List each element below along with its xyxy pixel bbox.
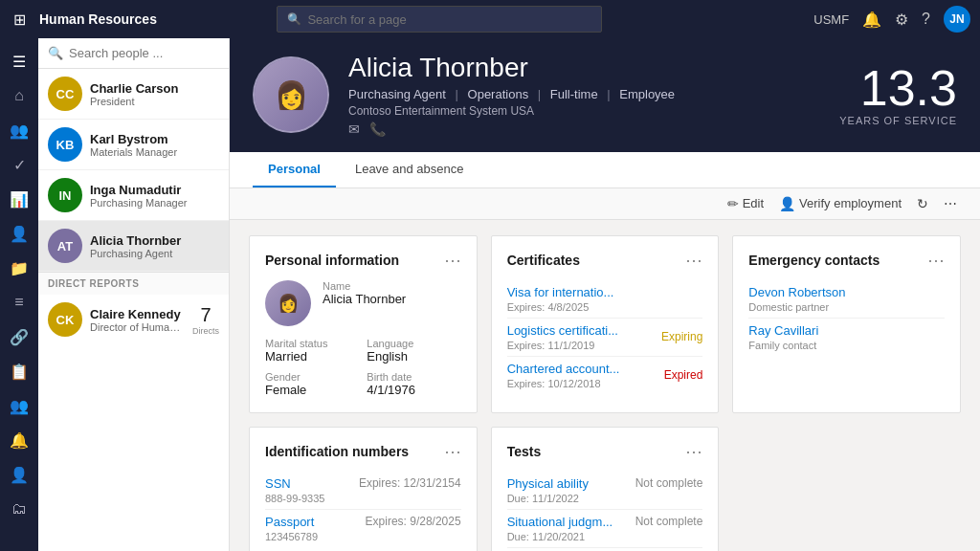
more-icon: ⋯ (944, 196, 957, 211)
card-title: Certificates (507, 253, 580, 268)
card-title: Emergency contacts (748, 253, 880, 268)
cert-status: Expiring (661, 330, 702, 343)
verify-employment-button[interactable]: 👤 Verify employment (779, 196, 902, 211)
alert-icon[interactable]: 🔔 (4, 425, 34, 455)
card-more-button[interactable]: ⋯ (685, 252, 702, 269)
card-title: Personal information (265, 253, 399, 268)
cert-name[interactable]: Visa for internatio... (507, 285, 614, 299)
search-icon: 🔍 (287, 12, 301, 26)
test-name[interactable]: Physical ability (507, 476, 589, 491)
card-more-button[interactable]: ⋯ (927, 252, 945, 269)
help-icon[interactable]: ? (922, 11, 930, 28)
clipboard-icon[interactable]: 📋 (4, 356, 34, 386)
pi-name-section: Name Alicia Thornber (323, 280, 406, 306)
folder-icon[interactable]: 📁 (4, 253, 34, 283)
test-item: Situational judgm... Due: 11/20/2021 Not… (507, 510, 703, 548)
person-name: Alicia Thornber (90, 233, 219, 248)
person-icon[interactable]: 👤 (4, 218, 34, 249)
person-info: Charlie Carson President (90, 81, 219, 107)
profile-header: 👩 Alicia Thornber Purchasing Agent | Ope… (230, 38, 980, 152)
card-header: Tests ⋯ (507, 443, 703, 460)
list-icon[interactable]: ≡ (4, 287, 34, 318)
user-plus-icon[interactable]: 👤 (4, 459, 34, 490)
profile-name: Alicia Thornber (348, 54, 820, 83)
years-service: 13.3 YEARS OF SERVICE (839, 63, 957, 126)
avatar: IN (48, 178, 82, 212)
person-item[interactable]: KB Karl Bystrom Materials Manager (38, 120, 229, 170)
icon-sidebar: ☰ ⌂ 👥 ✓ 📊 👤 📁 ≡ 🔗 📋 👥 🔔 👤 🗂 (0, 38, 38, 551)
menu-icon[interactable]: ☰ (4, 46, 34, 77)
top-nav: ⊞ Human Resources 🔍 USMF 🔔 ⚙ ? JN (0, 0, 980, 38)
user-avatar[interactable]: JN (944, 6, 970, 33)
edit-button[interactable]: ✏ Edit (727, 196, 764, 211)
person-name: Charlie Carson (90, 81, 219, 96)
pi-value: 4/1/1976 (367, 383, 460, 397)
people-search-icon: 🔍 (48, 46, 63, 60)
refresh-button[interactable]: ↻ (917, 196, 928, 211)
cert-date: Expires: 10/12/2018 (507, 378, 620, 389)
gear-icon[interactable]: ⚙ (895, 11, 908, 29)
cert-name[interactable]: Logistics certificati... (507, 323, 618, 338)
cert-status: Expired (664, 368, 703, 382)
card-title: Tests (507, 444, 542, 459)
tasks-icon[interactable]: ✓ (4, 149, 34, 180)
home-icon[interactable]: ⌂ (4, 80, 34, 111)
person-role: Materials Manager (90, 146, 219, 158)
more-button[interactable]: ⋯ (944, 196, 957, 211)
direct-report-item[interactable]: CK Claire Kennedy Director of Human Reso… (38, 295, 229, 344)
ec-item: Ray Cavillari Family contact (748, 319, 945, 356)
phone-icon[interactable]: 📞 (369, 121, 386, 137)
id-expiry: Expires: 9/28/2025 (366, 515, 461, 528)
card-more-button[interactable]: ⋯ (685, 443, 702, 460)
top-search-input[interactable] (307, 12, 591, 27)
id-item: SSN 888-99-9335 Expires: 12/31/2154 (265, 472, 461, 510)
tab-personal[interactable]: Personal (253, 152, 336, 187)
person-info: Karl Bystrom Materials Manager (90, 132, 219, 158)
pi-label: Birth date (367, 371, 460, 383)
test-item: Physical ability Due: 11/1/2022 Not comp… (507, 472, 703, 510)
link-icon[interactable]: 🔗 (4, 321, 34, 352)
app-grid-icon[interactable]: ⊞ (10, 7, 30, 33)
pi-field: Gender Female (265, 371, 359, 397)
person-item[interactable]: IN Inga Numadutir Purchasing Manager (38, 170, 229, 221)
card-more-button[interactable]: ⋯ (444, 443, 461, 460)
directs-count: 7 Directs (192, 304, 219, 336)
avatar: CC (48, 77, 82, 111)
person-item-selected[interactable]: AT Alicia Thornber Purchasing Agent (38, 221, 229, 272)
people-search-input[interactable] (69, 46, 230, 60)
pi-field: Language English (367, 338, 460, 364)
chart-icon[interactable]: 📊 (4, 184, 34, 214)
person-role: President (90, 96, 219, 107)
ec-name[interactable]: Devon Robertson (748, 285, 945, 299)
main-layout: ☰ ⌂ 👥 ✓ 📊 👤 📁 ≡ 🔗 📋 👥 🔔 👤 🗂 🔍 CC Charlie… (0, 38, 980, 551)
archive-icon[interactable]: 🗂 (4, 494, 34, 524)
person-item[interactable]: CC Charlie Carson President (38, 69, 229, 120)
profile-department: Operations (468, 87, 529, 101)
test-name[interactable]: Situational judgm... (507, 515, 613, 529)
bell-icon[interactable]: 🔔 (862, 11, 881, 29)
top-nav-right: USMF 🔔 ⚙ ? JN (813, 6, 970, 33)
person-role: Purchasing Agent (90, 248, 219, 259)
verify-icon: 👤 (779, 196, 795, 211)
pi-avatar-row: 👩 Name Alicia Thornber (265, 280, 461, 326)
group-icon[interactable]: 👥 (4, 390, 34, 421)
profile-type2: Employee (619, 87, 675, 101)
card-header: Certificates ⋯ (507, 252, 703, 269)
ec-name[interactable]: Ray Cavillari (748, 323, 945, 338)
emergency-contacts-card: Emergency contacts ⋯ Devon Robertson Dom… (732, 235, 961, 413)
id-name[interactable]: SSN (265, 476, 324, 491)
email-icon[interactable]: ✉ (348, 121, 360, 137)
profile-meta: Purchasing Agent | Operations | Full-tim… (348, 87, 820, 101)
card-more-button[interactable]: ⋯ (444, 252, 461, 269)
card-title: Identification numbers (265, 444, 409, 459)
pi-field: Birth date 4/1/1976 (367, 371, 460, 397)
people-icon[interactable]: 👥 (4, 115, 34, 145)
tab-leave[interactable]: Leave and absence (340, 152, 479, 187)
pi-fields: Marital status Married Language English … (265, 338, 461, 397)
person-name: Inga Numadutir (90, 183, 219, 197)
cert-name[interactable]: Chartered account... (507, 362, 620, 376)
ec-relation: Domestic partner (748, 301, 945, 313)
avatar: CK (48, 302, 82, 337)
id-number: 888-99-9335 (265, 493, 324, 504)
id-name[interactable]: Passport (265, 515, 318, 529)
